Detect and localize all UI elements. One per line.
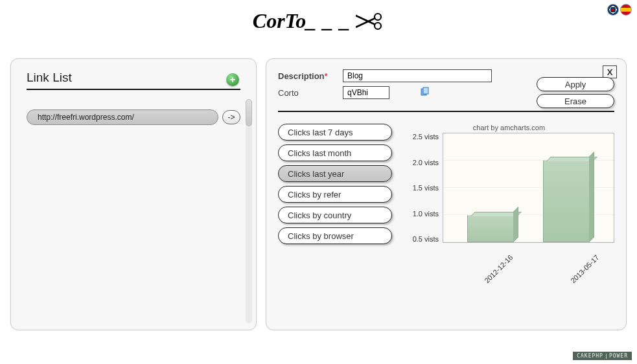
y-tick: 0.5 vists — [413, 235, 439, 243]
divider — [27, 89, 240, 90]
flag-uk-icon[interactable] — [607, 4, 619, 16]
copy-icon[interactable] — [419, 87, 430, 99]
bar — [543, 160, 590, 243]
x-axis: 2012-12-162013-05-17 — [404, 253, 614, 261]
description-label: Description* — [278, 71, 343, 81]
link-url[interactable]: http://freefri.wordpress.com/ — [27, 109, 218, 125]
x-tick: 2013-05-17 — [562, 253, 600, 291]
y-tick: 1.0 vists — [413, 210, 439, 218]
bar — [467, 215, 514, 243]
y-tick: 1.5 vists — [413, 184, 439, 192]
stat-filter-button[interactable]: Clicks last 7 days — [278, 124, 392, 141]
erase-button[interactable]: Erase — [537, 94, 614, 108]
svg-rect-5 — [423, 87, 428, 94]
detail-panel: X Description* Corto Apply Erase Cli — [266, 58, 627, 330]
link-list-title: Link List — [27, 71, 240, 85]
stat-filter-button[interactable]: Clicks last year — [278, 165, 392, 182]
apply-button-label: Apply — [565, 80, 586, 89]
close-button-label: X — [607, 67, 613, 77]
logo: CorTo_ _ _ — [253, 9, 384, 33]
stat-filter-button[interactable]: Clicks last month — [278, 144, 392, 161]
apply-button[interactable]: Apply — [537, 77, 614, 91]
stat-filter-button[interactable]: Clicks by browser — [278, 227, 392, 244]
chart-title: chart by amcharts.com — [404, 124, 614, 131]
logo-text: CorTo — [253, 9, 306, 32]
scrollbar-thumb[interactable] — [246, 99, 252, 126]
corto-label: Corto — [278, 88, 343, 98]
link-list-panel: Link List + http://freefri.wordpress.com… — [10, 58, 257, 330]
scissors-icon — [356, 12, 384, 30]
divider — [278, 111, 614, 112]
corto-input[interactable] — [343, 86, 389, 99]
y-tick: 2.5 vists — [413, 133, 439, 141]
close-button[interactable]: X — [603, 65, 617, 78]
x-tick: 2012-12-16 — [476, 253, 514, 291]
y-tick: 2.0 vists — [413, 159, 439, 166]
stat-filter-button[interactable]: Clicks by country — [278, 207, 392, 223]
go-button-label: -> — [227, 113, 235, 122]
svg-point-1 — [375, 23, 381, 29]
stats-filter-list: Clicks last 7 daysClicks last monthClick… — [278, 124, 392, 261]
erase-button-label: Erase — [564, 97, 586, 106]
link-row: http://freefri.wordpress.com/ -> — [27, 109, 240, 125]
add-link-button[interactable]: + — [226, 73, 239, 86]
plot-area — [443, 133, 614, 243]
footer-badge: CAKEPHPPOWER — [573, 352, 632, 360]
go-button[interactable]: -> — [222, 110, 240, 124]
link-url-text: http://freefri.wordpress.com/ — [38, 113, 134, 122]
y-axis: 2.5 vists2.0 vists1.5 vists1.0 vists0.5 … — [404, 133, 443, 243]
svg-point-0 — [375, 14, 381, 20]
chart: chart by amcharts.com 2.5 vists2.0 vists… — [404, 124, 614, 261]
stat-filter-button[interactable]: Clicks by refer — [278, 186, 392, 203]
flag-es-icon[interactable] — [620, 4, 632, 16]
scrollbar[interactable] — [246, 99, 252, 323]
description-input[interactable] — [343, 69, 492, 82]
